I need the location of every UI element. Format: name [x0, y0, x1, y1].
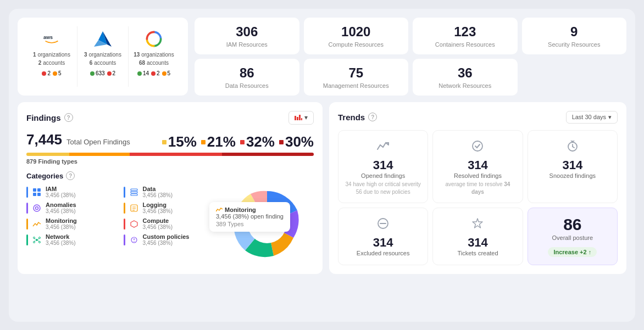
snoozed-findings-number: 314 [562, 158, 582, 172]
custom-policies-count: 3,456 (38%) [143, 240, 190, 246]
date-range-label: Last 30 days [572, 114, 606, 120]
overall-posture-label: Overall posture [552, 234, 593, 241]
trends-help-icon[interactable]: ? [368, 113, 377, 121]
security-resource-card[interactable]: 9 Security Resources [522, 18, 627, 54]
findings-title: Findings [26, 113, 61, 122]
custom-policies-name: Custom policies [143, 233, 190, 240]
excluded-resources-number: 314 [373, 236, 393, 250]
management-resource-card[interactable]: 75 Management Resources [304, 59, 409, 96]
network-name: Network [46, 233, 75, 240]
network-info: Network 3,456 (38%) [46, 233, 75, 246]
resolved-findings-sublabel: average time to resolve 34 days [440, 181, 515, 196]
progress-darkred [222, 153, 314, 156]
monitoring-info: Monitoring 3,456 (38%) [46, 217, 77, 230]
legend-red: 32% [240, 133, 275, 150]
cloud-accounts-panel: aws 1 organizations2 accounts 2 5 [18, 18, 188, 96]
total-findings-label: Total Open Findings [66, 138, 130, 146]
finding-types-label: Finding types [38, 158, 77, 165]
resolved-findings-label: Resolved findings [454, 172, 502, 179]
aws-badge-orange: 5 [53, 70, 62, 76]
date-range-chevron-icon: ▾ [608, 114, 612, 121]
svg-line-19 [35, 238, 35, 239]
trend-snoozed-findings[interactable]: 314 Snoozed findings [528, 130, 618, 203]
category-anomalies[interactable]: Anomalies 3,456 (38%) [26, 202, 117, 214]
svg-rect-7 [301, 118, 302, 120]
legend-yellow: 15% [162, 133, 197, 150]
tickets-created-number: 314 [468, 236, 488, 250]
findings-panel: Findings ? ▾ 7,445 Total Open Findings 1… [18, 102, 323, 275]
trend-excluded-resources[interactable]: 314 Excluded resources [338, 208, 428, 265]
trend-overall-posture[interactable]: 86 Overall posture Increase +2 ↑ [528, 208, 618, 265]
monitoring-count: 3,456 (38%) [46, 224, 77, 230]
svg-rect-9 [37, 188, 41, 192]
compute-icon [129, 219, 140, 230]
anomalies-icon [31, 203, 42, 214]
svg-rect-6 [299, 115, 301, 120]
category-custom-policies[interactable]: Custom policies 3,456 (38%) [124, 233, 214, 246]
findings-meta: 879 Finding types [26, 158, 314, 165]
iam-resource-card[interactable]: 306 IAM Resources [195, 18, 299, 54]
category-iam[interactable]: IAM 3,456 (38%) [26, 186, 117, 198]
monitoring-bar [26, 219, 28, 230]
aws-org-text: 1 organizations2 accounts [33, 51, 70, 67]
legend-21: 21% [207, 133, 236, 150]
aws-badge-red: 2 [42, 70, 51, 76]
network-resource-card[interactable]: 36 Network Resources [413, 59, 518, 96]
iam-icon [31, 187, 42, 198]
containers-resource-card[interactable]: 123 Containers Resources [413, 18, 518, 54]
date-range-button[interactable]: Last 30 days ▾ [566, 111, 618, 124]
snoozed-findings-label: Snoozed findings [549, 172, 596, 179]
anomalies-count: 3,456 (38%) [46, 208, 76, 214]
trend-opened-findings[interactable]: 314 Opened findings 34 have high or crit… [338, 130, 428, 203]
svg-point-12 [34, 205, 40, 211]
data-resource-card[interactable]: 86 Data Resources [195, 59, 299, 96]
gcp-logo [143, 31, 165, 47]
category-logging[interactable]: Logging 3,456 (38%) [124, 202, 214, 214]
trends-grid: 314 Opened findings 34 have high or crit… [338, 130, 618, 266]
svg-rect-25 [131, 194, 137, 195]
trend-tickets-created[interactable]: 314 Tickets created [432, 208, 523, 265]
svg-line-20 [38, 238, 39, 239]
aws-badges: 2 5 [42, 70, 61, 76]
gcp-org-text: 13 organizations68 accounts [134, 51, 174, 67]
overall-posture-number: 86 [563, 215, 581, 234]
iam-number: 306 [236, 24, 258, 40]
resolved-findings-number: 314 [468, 158, 488, 172]
trend-resolved-findings[interactable]: 314 Resolved findings average time to re… [432, 130, 523, 203]
iam-bar [26, 187, 28, 198]
dashboard: aws 1 organizations2 accounts 2 5 [9, 9, 635, 322]
donut-chart-area: Monitoring 3,456 (38%) open finding 389 … [220, 186, 314, 262]
category-data[interactable]: Data 3,456 (38%) [124, 186, 214, 198]
categories-content: IAM 3,456 (38%) Anomalies [26, 186, 314, 262]
findings-help-icon[interactable]: ? [64, 113, 73, 122]
chart-type-button[interactable]: ▾ [288, 111, 314, 125]
azure-badge-red: 2 [107, 70, 116, 76]
tooltip-types: 389 Types [216, 221, 284, 227]
categories-help-icon[interactable]: ? [66, 171, 75, 180]
chart-bars-icon [295, 114, 302, 122]
compute-resource-card[interactable]: 1020 Compute Resources [304, 18, 409, 54]
category-network[interactable]: Network 3,456 (38%) [26, 233, 117, 246]
compute-info: Compute 3,456 (38%) [143, 217, 173, 230]
bottom-section: Findings ? ▾ 7,445 Total Open Findings 1… [18, 102, 626, 275]
trends-header: Trends ? Last 30 days ▾ [338, 111, 618, 124]
opened-findings-icon [374, 137, 392, 155]
top-section: aws 1 organizations2 accounts 2 5 [18, 18, 626, 96]
opened-findings-label: Opened findings [361, 172, 405, 179]
logging-icon [129, 203, 140, 214]
category-monitoring[interactable]: Monitoring 3,456 (38%) [26, 217, 117, 230]
opened-findings-sublabel: 34 have high or critical severity56 due … [346, 181, 421, 196]
azure-badge-green: 633 [90, 70, 105, 76]
opened-findings-number: 314 [373, 158, 393, 172]
data-bar [124, 187, 125, 198]
categories-title: Categories ? [26, 171, 314, 180]
chart-dropdown-icon: ▾ [304, 114, 308, 121]
category-compute[interactable]: Compute 3,456 (38%) [124, 217, 214, 230]
network-label: Network Resources [438, 82, 491, 89]
legend-darkred: 30% [279, 133, 314, 150]
anomalies-name: Anomalies [46, 202, 76, 208]
network-bar [26, 234, 28, 245]
svg-point-14 [36, 239, 38, 241]
trends-title-group: Trends ? [338, 113, 377, 122]
monitoring-icon [31, 219, 42, 230]
